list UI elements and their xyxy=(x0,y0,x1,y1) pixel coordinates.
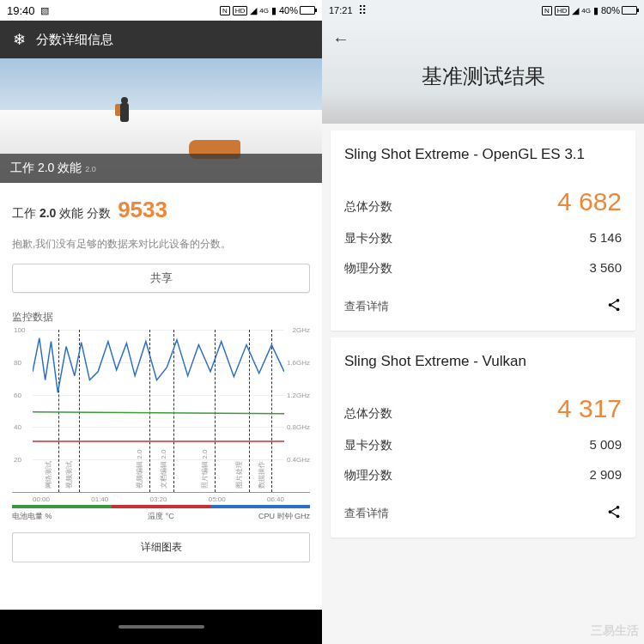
svg-line-3 xyxy=(611,301,617,304)
svg-line-9 xyxy=(611,512,617,515)
svg-line-8 xyxy=(611,507,617,511)
score-value: 9533 xyxy=(118,197,167,223)
monitor-title: 监控数据 xyxy=(0,301,322,330)
camera-icon: ▧ xyxy=(40,5,49,16)
status-bar-right: 17:21 ⠿ N HD ◢ 4G ▮ 80% xyxy=(322,0,644,21)
share-icon[interactable] xyxy=(606,504,622,524)
hd-icon: HD xyxy=(555,6,570,15)
hd-icon: HD xyxy=(233,6,248,15)
result-card: Sling Shot Extreme - Vulkan 总体分数4 317 显卡… xyxy=(331,337,635,538)
chart-lines xyxy=(33,330,284,489)
battery-icon xyxy=(300,6,315,15)
nodata-text: 抱歉,我们没有足够的数据来对比此设备的分数。 xyxy=(0,237,322,264)
battery-pct: 40% xyxy=(279,5,298,15)
chart-xaxis: 00:0001:4003:2005:0006:40 xyxy=(12,493,310,503)
svg-line-4 xyxy=(611,306,617,309)
chart-legend-labels: 电池电量 %温度 °CCPU 时钟 GHz xyxy=(12,511,310,522)
total-score: 4 682 xyxy=(557,187,622,216)
status-time: 19:40 xyxy=(7,4,35,17)
status-time: 17:21 xyxy=(329,5,353,15)
page-title: 基准测试结果 xyxy=(322,63,644,90)
battery-icon xyxy=(622,6,637,15)
chart-legend-bar xyxy=(12,505,310,508)
wifi-icon: ◢ xyxy=(250,5,257,16)
signal-icon: ▮ xyxy=(593,5,598,16)
share-icon[interactable] xyxy=(606,297,622,317)
nfc-icon: N xyxy=(220,6,230,15)
card-title: Sling Shot Extreme - OpenGL ES 3.1 xyxy=(344,144,622,165)
battery-pct: 80% xyxy=(601,5,620,15)
signal-icon: ▮ xyxy=(271,5,276,16)
nav-pill[interactable] xyxy=(118,625,204,629)
watermark: 三易生活 xyxy=(591,623,639,639)
network-label: 4G xyxy=(581,7,591,15)
wifi-icon: ◢ xyxy=(572,5,579,16)
nfc-icon: N xyxy=(542,6,552,15)
details-link[interactable]: 查看详情 xyxy=(344,506,389,521)
hero-image: 工作 2.0 效能2.0 xyxy=(0,58,322,183)
app-header: ❄ 分数详细信息 xyxy=(0,21,322,58)
back-button[interactable]: ← xyxy=(322,21,644,58)
score-row: 工作 2.0 效能 分数 9533 xyxy=(0,183,322,237)
app-logo-icon: ❄ xyxy=(9,29,29,50)
score-label: 工作 2.0 效能 分数 xyxy=(12,206,111,222)
status-bar-left: 19:40 ▧ N HD ◢ 4G ▮ 40% xyxy=(0,0,322,21)
detail-chart-button[interactable]: 详细图表 xyxy=(12,532,310,562)
details-link[interactable]: 查看详情 xyxy=(344,299,389,314)
results-hero: ← 基准测试结果 xyxy=(322,21,644,124)
monitor-chart: 1002GHz 801.6GHz 601.2GHz 400.8GHz 200.4… xyxy=(12,330,310,493)
network-label: 4G xyxy=(259,7,269,15)
notification-icon: ⠿ xyxy=(358,3,367,17)
result-card: Sling Shot Extreme - OpenGL ES 3.1 总体分数4… xyxy=(331,131,635,331)
header-title: 分数详细信息 xyxy=(36,32,113,48)
results-list: Sling Shot Extreme - OpenGL ES 3.1 总体分数4… xyxy=(322,124,644,644)
card-title: Sling Shot Extreme - Vulkan xyxy=(344,351,622,372)
left-screen: 19:40 ▧ N HD ◢ 4G ▮ 40% ❄ 分数详细信息 工作 2.0 … xyxy=(0,0,322,644)
hero-caption: 工作 2.0 效能2.0 xyxy=(0,154,322,183)
android-nav-bar xyxy=(0,610,322,644)
total-score: 4 317 xyxy=(557,394,622,423)
share-button[interactable]: 共享 xyxy=(12,264,310,293)
right-screen: 17:21 ⠿ N HD ◢ 4G ▮ 80% ← 基准测试结果 Sling S… xyxy=(322,0,644,644)
